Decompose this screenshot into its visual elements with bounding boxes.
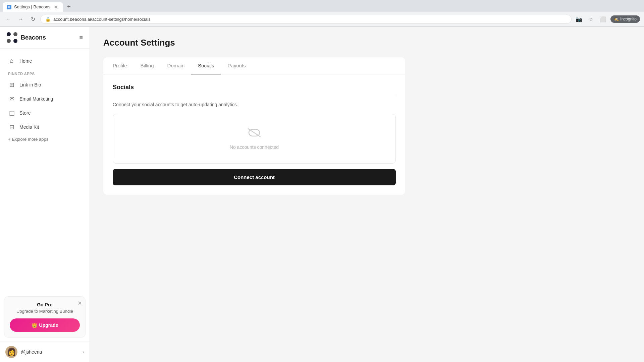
- tab-domain[interactable]: Domain: [161, 57, 192, 74]
- media-kit-icon: ⊟: [8, 123, 15, 131]
- section-divider: [113, 95, 396, 95]
- avatar: 👩: [5, 346, 17, 358]
- tab-payouts[interactable]: Payouts: [221, 57, 253, 74]
- menu-toggle-button[interactable]: ≡: [79, 34, 83, 41]
- connect-account-button[interactable]: Connect account: [113, 169, 396, 185]
- bookmark-icon[interactable]: ☆: [586, 14, 596, 24]
- explore-more-link[interactable]: + Explore more apps: [4, 134, 86, 144]
- incognito-label: Incognito: [620, 17, 637, 21]
- address-text: account.beacons.ai/account-settings/home…: [53, 17, 567, 22]
- sidebar-item-store-label: Store: [19, 110, 31, 116]
- tab-favicon: B: [7, 5, 11, 9]
- sidebar-item-store[interactable]: ◫ Store: [4, 106, 86, 120]
- page-title: Account Settings: [103, 38, 631, 48]
- user-name: @jsheena: [21, 349, 79, 355]
- sidebar-item-media-kit-label: Media Kit: [19, 124, 39, 130]
- new-tab-button[interactable]: +: [64, 2, 73, 12]
- upgrade-button-label: Upgrade: [39, 322, 58, 328]
- logo-icon: [7, 32, 17, 43]
- tab-bar: B Settings | Beacons ✕ +: [0, 0, 644, 12]
- incognito-icon: 🕵: [614, 17, 619, 21]
- email-icon: ✉: [8, 95, 15, 103]
- address-bar[interactable]: 🔒 account.beacons.ai/account-settings/ho…: [40, 15, 572, 24]
- incognito-button[interactable]: 🕵 Incognito: [610, 15, 640, 23]
- tab-close-button[interactable]: ✕: [54, 4, 59, 10]
- chevron-right-icon: ›: [83, 349, 84, 355]
- upgrade-button[interactable]: 👑 Upgrade: [10, 318, 80, 332]
- socials-section-title: Socials: [113, 84, 396, 91]
- tab-billing[interactable]: Billing: [134, 57, 161, 74]
- browser-chrome: B Settings | Beacons ✕ + ← → ↻ 🔒 account…: [0, 0, 644, 27]
- no-accounts-text: No accounts connected: [230, 144, 279, 150]
- go-pro-card: ✕ Go Pro Upgrade to Marketing Bundle 👑 U…: [4, 296, 86, 338]
- sidebar-item-email-label: Email Marketing: [19, 96, 53, 102]
- link-in-bio-icon: ⊞: [8, 81, 15, 88]
- tab-socials[interactable]: Socials: [191, 57, 221, 74]
- camera-off-icon[interactable]: 📷: [574, 14, 584, 24]
- main-content: Account Settings Profile Billing Domain …: [90, 27, 644, 362]
- forward-button[interactable]: →: [16, 14, 25, 24]
- go-pro-title: Go Pro: [10, 302, 80, 307]
- go-pro-close-button[interactable]: ✕: [77, 300, 82, 306]
- no-accounts-box: No accounts connected: [113, 114, 396, 164]
- home-icon: ⌂: [8, 57, 15, 64]
- sidebar-item-media-kit[interactable]: ⊟ Media Kit: [4, 120, 86, 134]
- logo: Beacons: [7, 32, 46, 43]
- socials-section: Socials Connect your social accounts to …: [103, 74, 405, 195]
- sidebar-item-home[interactable]: ⌂ Home: [4, 54, 86, 68]
- sidebar-nav: ⌂ Home PINNED APPS ⊞ Link in Bio ✉ Email…: [0, 49, 90, 292]
- sidebar: Beacons ≡ ⌂ Home PINNED APPS ⊞ Link in B…: [0, 27, 90, 362]
- sidebar-item-link-in-bio-label: Link in Bio: [19, 82, 41, 87]
- logo-text: Beacons: [21, 34, 46, 41]
- crown-icon: 👑: [32, 322, 37, 328]
- sidebar-item-link-in-bio[interactable]: ⊞ Link in Bio: [4, 78, 86, 92]
- browser-tab-active[interactable]: B Settings | Beacons ✕: [3, 2, 63, 12]
- user-profile[interactable]: 👩 @jsheena ›: [0, 342, 90, 362]
- settings-tabs: Profile Billing Domain Socials Payouts: [103, 57, 405, 74]
- tab-title: Settings | Beacons: [14, 4, 51, 9]
- browser-nav-icons: 📷 ☆ ⬜ 🕵 Incognito: [574, 14, 640, 24]
- sidebar-header: Beacons ≡: [0, 27, 90, 49]
- back-button[interactable]: ←: [4, 14, 13, 24]
- socials-description: Connect your social accounts to get auto…: [113, 102, 396, 107]
- browser-nav-bar: ← → ↻ 🔒 account.beacons.ai/account-setti…: [0, 12, 644, 26]
- no-accounts-icon: [248, 128, 261, 140]
- go-pro-subtitle: Upgrade to Marketing Bundle: [10, 309, 80, 314]
- app-container: Beacons ≡ ⌂ Home PINNED APPS ⊞ Link in B…: [0, 27, 644, 362]
- pinned-apps-label: PINNED APPS: [4, 68, 86, 78]
- reload-button[interactable]: ↻: [28, 14, 38, 24]
- settings-card: Profile Billing Domain Socials Payouts S…: [103, 57, 405, 195]
- sidebar-item-home-label: Home: [19, 58, 32, 64]
- extension-icon[interactable]: ⬜: [598, 14, 608, 24]
- store-icon: ◫: [8, 109, 15, 117]
- sidebar-item-email-marketing[interactable]: ✉ Email Marketing: [4, 92, 86, 106]
- tab-profile[interactable]: Profile: [106, 57, 134, 74]
